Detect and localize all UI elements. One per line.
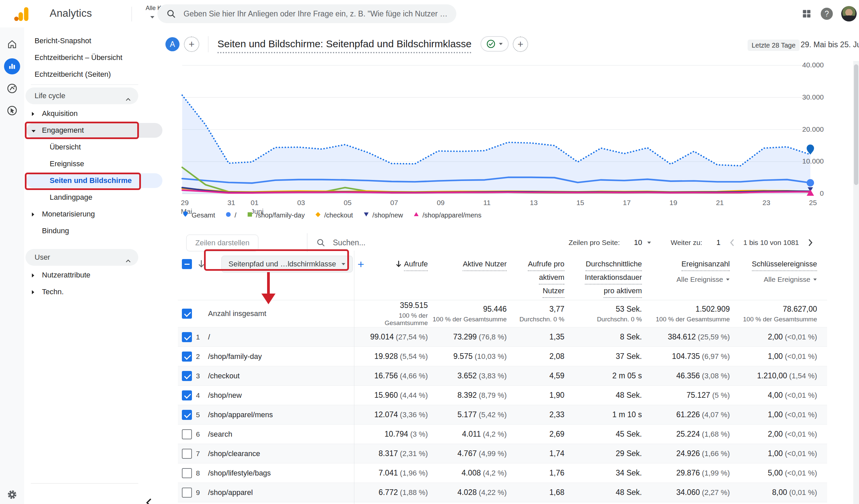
data-table: AufrufeAktive NutzerAufrufe proaktivemNu…: [178, 251, 827, 504]
sidebar-item-techn-[interactable]: Techn.: [24, 283, 141, 300]
triangle-right-icon[interactable]: [32, 210, 34, 219]
sidebar-item-ereignisse[interactable]: Ereignisse: [24, 156, 141, 172]
metric-cell: 1,00 (<0,01 %): [730, 352, 817, 361]
table-row[interactable]: 7/shop/clearance8.317 (2,31 %)4.767 (4,9…: [178, 444, 827, 463]
sidebar-item-engagement[interactable]: Engagement: [24, 122, 141, 139]
metric-cell: 2,00 (<0,01 %): [730, 332, 817, 342]
apps-grid-icon[interactable]: [800, 7, 813, 20]
previous-page-icon[interactable]: [725, 236, 739, 249]
table-row[interactable]: 9/shop/apparel6.772 (1,88 %)4.028 (4,22 …: [178, 483, 827, 502]
table-search[interactable]: [316, 235, 461, 251]
table-row[interactable]: 3/checkout16.756 (4,66 %)3.652 (3,83 %)4…: [178, 366, 827, 385]
metric-filter-dropdown[interactable]: Alle Ereignisse: [730, 274, 817, 285]
metric-cell: 1,76: [507, 469, 564, 477]
sidebar-item-akquisition[interactable]: Akquisition: [24, 105, 141, 122]
sidebar-item-übersicht[interactable]: Übersicht: [24, 139, 141, 156]
sidebar-item-bericht-snapshot[interactable]: Bericht-Snapshot: [24, 32, 141, 49]
table-row[interactable]: 10/shop/lifestyle/drinkware6.476 (1,8 %)…: [178, 502, 827, 504]
settings-gear-icon[interactable]: [4, 487, 20, 503]
legend-item[interactable]: /shop/apparel/mens: [413, 211, 482, 220]
plot-rows-button[interactable]: Zeilen darstellen: [186, 235, 258, 251]
metric-filter-dropdown[interactable]: Alle Ereignisse: [642, 274, 730, 285]
table-row[interactable]: 8/shop/lifestyle/bags7.041 (1,96 %)4.008…: [178, 463, 827, 483]
metric-cell: 10.794 (3 %): [354, 430, 428, 439]
x-axis-tick: 05: [344, 199, 377, 207]
rows-per-page-value[interactable]: 10: [634, 238, 642, 247]
metric-cell: 7.041 (1,96 %): [354, 469, 428, 477]
row-checkbox[interactable]: [182, 410, 192, 420]
row-checkbox[interactable]: [182, 449, 192, 459]
date-range-selector[interactable]: 29. Mai bis 25. Juni 2025: [801, 40, 859, 49]
help-icon[interactable]: ?: [820, 7, 833, 20]
row-checkbox[interactable]: [182, 332, 192, 342]
row-checkbox[interactable]: [182, 429, 192, 439]
sidebar-item-echtzeitbericht-seiten-[interactable]: Echtzeitbericht (Seiten): [24, 66, 141, 83]
table-row[interactable]: 1/99.014 (27,54 %)73.299 (76,8 %)1,358 S…: [178, 327, 827, 347]
sidebar-item-seiten-und-bildschirme[interactable]: Seiten und Bildschirme: [24, 172, 141, 189]
table-row[interactable]: 5/shop/apparel/mens12.074 (3,36 %)5.177 …: [178, 405, 827, 424]
home-icon[interactable]: [4, 36, 20, 52]
reports-icon[interactable]: [4, 58, 20, 74]
triangle-right-icon[interactable]: [32, 287, 34, 296]
next-page-icon[interactable]: [804, 236, 817, 249]
sidebar-item-bindung[interactable]: Bindung: [24, 222, 141, 239]
scrollbar-thumb[interactable]: [854, 64, 858, 185]
user-avatar[interactable]: [841, 6, 857, 21]
triangle-down-icon: [363, 211, 370, 220]
table-search-input[interactable]: [332, 238, 461, 248]
metric-cell: 1 m 10 s: [564, 410, 642, 419]
legend-item[interactable]: Gesamt: [182, 211, 215, 220]
search-icon: [166, 9, 176, 19]
explore-icon[interactable]: [4, 80, 20, 96]
triangle-right-icon[interactable]: [32, 109, 34, 118]
advertising-icon[interactable]: [4, 103, 20, 119]
vertical-scrollbar[interactable]: [853, 61, 859, 504]
select-all-checkbox[interactable]: [182, 259, 192, 269]
report-verified-badge[interactable]: [481, 36, 509, 52]
sort-descending-icon: [197, 260, 205, 268]
search-input[interactable]: [183, 9, 456, 19]
sidebar-item-monetarisierung[interactable]: Monetarisierung: [24, 206, 141, 222]
dimension-dropdown[interactable]: Seitenpfad und …ldschirmklasse: [222, 256, 353, 272]
collapse-sidebar-icon[interactable]: [142, 496, 156, 504]
row-checkbox[interactable]: [182, 351, 192, 362]
property-avatar[interactable]: A: [165, 37, 180, 51]
table-row[interactable]: 4/shop/new15.960 (4,44 %)8.392 (8,79 %)1…: [178, 385, 827, 405]
sidebar-item-echtzeitbericht-übersicht[interactable]: Echtzeitbericht – Übersicht: [24, 49, 141, 66]
row-checkbox[interactable]: [182, 468, 192, 478]
legend-item[interactable]: /shop/new: [363, 211, 403, 220]
row-checkbox[interactable]: [182, 371, 192, 381]
legend-item[interactable]: /checkout: [315, 211, 353, 220]
sidebar-item-user[interactable]: User: [26, 249, 138, 266]
triangle-right-icon[interactable]: [32, 271, 34, 280]
add-report-tab-icon[interactable]: +: [513, 36, 528, 52]
metric-cell: 384.612 (25,59 %): [642, 332, 730, 342]
table-row[interactable]: 2/shop/family-day19.928 (5,54 %)9.575 (1…: [178, 347, 827, 366]
metric-cell: 1,35: [507, 332, 564, 342]
analytics-logo-icon[interactable]: [13, 5, 30, 24]
goto-page-label: Weiter zu:: [671, 239, 702, 247]
chevron-down-icon[interactable]: [647, 241, 651, 244]
global-search[interactable]: [157, 4, 456, 23]
sidebar-item-landingpage[interactable]: Landingpage: [24, 189, 141, 206]
chevron-down-icon[interactable]: [150, 14, 155, 20]
add-comparison-icon[interactable]: +: [184, 36, 199, 52]
sidebar-item-life-cycle[interactable]: Life cycle: [26, 88, 138, 104]
totals-checkbox[interactable]: [182, 309, 192, 319]
triangle-down-icon[interactable]: [32, 126, 35, 135]
metric-cell: 1,00 (<0,01 %): [730, 410, 817, 419]
legend-item[interactable]: /shop/family-day: [247, 211, 305, 220]
chevron-down-icon: [813, 278, 817, 281]
chevron-up-icon[interactable]: [125, 95, 131, 103]
legend-item[interactable]: /: [225, 211, 237, 220]
x-axis-tick: 15: [576, 199, 610, 207]
sidebar-item-nutzerattribute[interactable]: Nutzerattribute: [24, 267, 141, 283]
row-checkbox[interactable]: [182, 390, 192, 400]
chevron-down-icon: [341, 263, 346, 265]
goto-page-value[interactable]: 1: [717, 238, 720, 247]
chevron-up-icon[interactable]: [125, 256, 131, 265]
table-row[interactable]: 6/search10.794 (3 %)4.011 (4,2 %)2,6945 …: [178, 424, 827, 444]
x-axis-tick: 07: [390, 199, 424, 207]
row-checkbox[interactable]: [182, 488, 192, 498]
add-dimension-icon[interactable]: +: [357, 258, 364, 271]
